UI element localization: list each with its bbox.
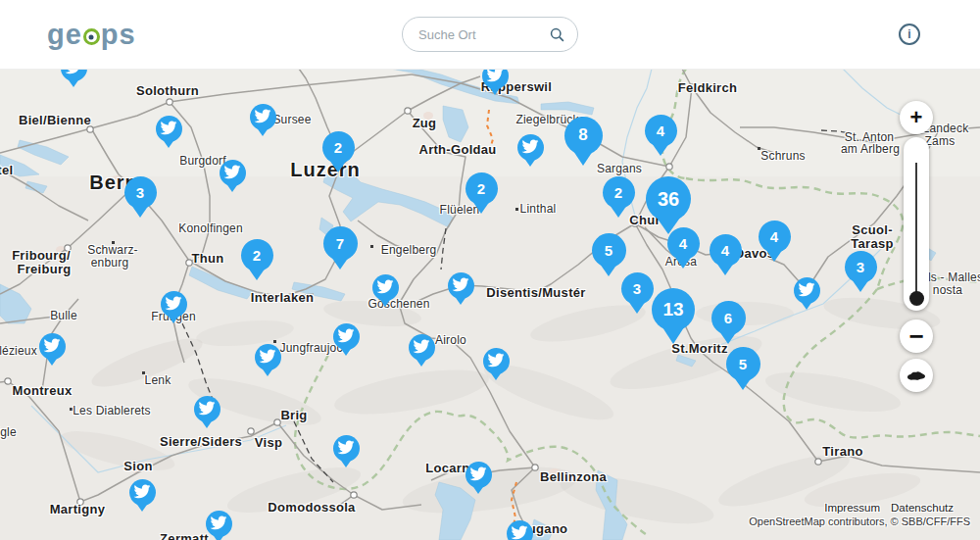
- cluster-count: 7: [323, 226, 358, 261]
- cluster-count: 2: [466, 172, 498, 205]
- twitter-marker[interactable]: [250, 104, 276, 130]
- info-button-label: i: [907, 27, 910, 41]
- twitter-marker[interactable]: [409, 334, 435, 361]
- cluster-marker[interactable]: 6: [711, 301, 746, 335]
- twitter-marker[interactable]: [194, 396, 220, 422]
- marker-tail: [256, 126, 270, 136]
- cluster-marker[interactable]: 4: [667, 227, 700, 260]
- cluster-count: 2: [322, 131, 355, 164]
- cluster-marker[interactable]: 8: [564, 117, 603, 155]
- fit-switzerland-button[interactable]: [900, 359, 933, 392]
- geops-logo[interactable]: ge ps: [47, 21, 136, 48]
- marker-tail: [454, 295, 467, 305]
- twitter-bird-icon: [377, 278, 394, 295]
- twitter-bird-icon: [414, 338, 430, 355]
- cluster-count: 36: [646, 176, 691, 221]
- cluster-count: 13: [652, 288, 695, 331]
- cluster-marker[interactable]: 36: [646, 176, 691, 221]
- twitter-marker[interactable]: [156, 116, 182, 142]
- twitter-bird-icon: [199, 400, 216, 417]
- cluster-marker[interactable]: 4: [759, 221, 791, 253]
- twitter-marker[interactable]: [333, 323, 360, 350]
- cluster-marker[interactable]: 5: [726, 347, 760, 381]
- cluster-marker[interactable]: 4: [710, 234, 742, 267]
- cluster-count: 4: [645, 115, 677, 147]
- twitter-marker[interactable]: [372, 274, 399, 301]
- twitter-bird-icon: [211, 515, 227, 531]
- twitter-marker[interactable]: [255, 344, 281, 370]
- twitter-marker[interactable]: [129, 479, 156, 506]
- header-bar: ge ps i: [0, 0, 980, 70]
- marker-tail: [471, 484, 485, 494]
- twitter-marker[interactable]: [483, 348, 510, 374]
- cluster-marker[interactable]: 2: [241, 239, 273, 271]
- cluster-marker[interactable]: 2: [322, 131, 355, 164]
- zoom-slider[interactable]: [904, 137, 929, 311]
- cluster-count: 8: [564, 117, 603, 155]
- twitter-marker[interactable]: [333, 435, 360, 462]
- logo-text-post: ps: [101, 21, 136, 48]
- cluster-marker[interactable]: 3: [845, 251, 877, 283]
- twitter-bird-icon: [512, 524, 528, 540]
- twitter-marker[interactable]: [517, 134, 544, 161]
- twitter-bird-icon: [453, 276, 469, 293]
- twitter-bird-icon: [66, 69, 82, 75]
- twitter-bird-icon: [487, 69, 504, 83]
- twitter-bird-icon: [44, 337, 61, 354]
- cluster-marker[interactable]: 2: [466, 172, 498, 205]
- marker-tail: [225, 182, 239, 192]
- marker-tail: [523, 157, 537, 167]
- cluster-count: 3: [845, 251, 877, 283]
- cluster-count: 2: [241, 239, 273, 271]
- logo-dot: [89, 34, 94, 39]
- zoom-slider-track-line: [915, 163, 917, 292]
- twitter-marker[interactable]: [206, 511, 232, 537]
- cluster-count: 2: [603, 176, 635, 209]
- cluster-count: 3: [621, 272, 654, 305]
- twitter-marker[interactable]: [220, 160, 246, 186]
- twitter-marker[interactable]: [448, 272, 474, 299]
- search-input[interactable]: [416, 26, 549, 43]
- map[interactable]: BernLuzernSolothurnBiel/BienneNeuchâtelZ…: [0, 69, 980, 540]
- twitter-marker[interactable]: [507, 520, 533, 540]
- cluster-marker[interactable]: 5: [592, 233, 626, 268]
- cluster-marker[interactable]: 4: [645, 115, 677, 147]
- twitter-bird-icon: [224, 164, 241, 180]
- marker-tail: [261, 367, 274, 376]
- twitter-bird-icon: [134, 483, 151, 500]
- cluster-count: 3: [124, 176, 157, 209]
- marker-tail: [45, 356, 59, 366]
- marker-tail: [135, 502, 149, 512]
- marker-tail: [339, 458, 353, 467]
- search-icon[interactable]: [549, 26, 565, 43]
- twitter-marker[interactable]: [161, 291, 187, 318]
- cluster-marker[interactable]: 7: [323, 226, 358, 261]
- marker-tail: [167, 314, 180, 323]
- zoom-slider-handle[interactable]: [909, 291, 924, 306]
- cluster-count: 4: [667, 227, 700, 260]
- twitter-marker[interactable]: [466, 462, 492, 488]
- cluster-marker[interactable]: 13: [652, 288, 695, 331]
- twitter-bird-icon: [260, 348, 276, 365]
- zoom-out-button[interactable]: −: [900, 319, 933, 353]
- marker-tail: [339, 346, 353, 356]
- cluster-marker[interactable]: 3: [124, 176, 157, 209]
- twitter-bird-icon: [522, 138, 539, 155]
- zoom-in-button[interactable]: +: [900, 101, 933, 134]
- cluster-count: 5: [726, 347, 760, 381]
- cluster-marker[interactable]: 3: [621, 272, 654, 305]
- twitter-bird-icon: [255, 108, 271, 124]
- twitter-bird-icon: [161, 120, 177, 136]
- datenschutz-link[interactable]: Datenschutz: [891, 502, 954, 514]
- cluster-count: 4: [759, 221, 791, 253]
- marker-tail: [200, 418, 214, 428]
- cluster-count: 5: [592, 233, 626, 268]
- twitter-marker[interactable]: [39, 333, 66, 360]
- twitter-marker[interactable]: [482, 69, 509, 89]
- twitter-marker[interactable]: [794, 277, 820, 304]
- info-button[interactable]: i: [899, 24, 920, 45]
- impressum-link[interactable]: Impressum: [824, 502, 880, 514]
- cluster-count: 4: [710, 234, 742, 267]
- cluster-marker[interactable]: 2: [603, 176, 635, 209]
- cluster-count: 6: [711, 301, 746, 335]
